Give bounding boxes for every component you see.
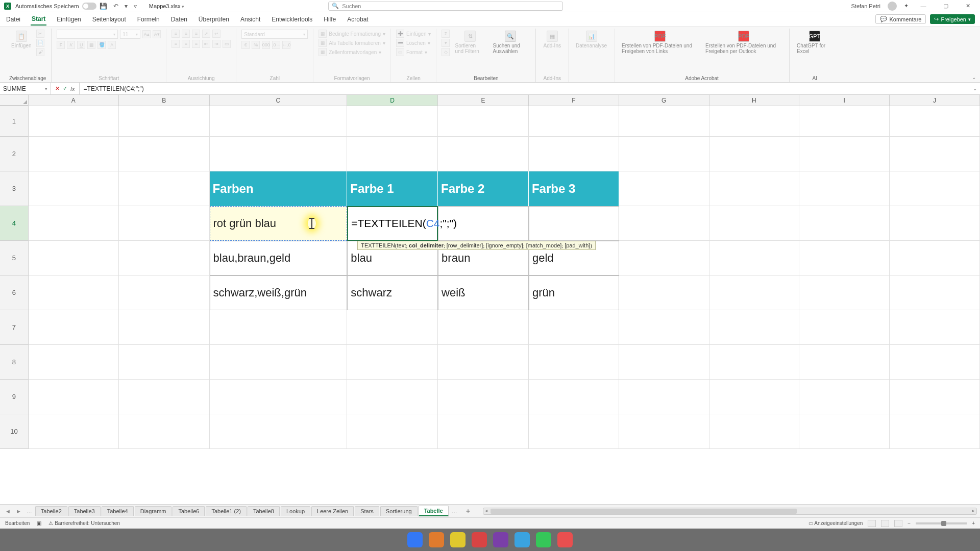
col-header-e[interactable]: E [438, 95, 529, 106]
cell-g7[interactable] [619, 310, 709, 345]
cancel-formula-icon[interactable]: ✕ [55, 85, 60, 92]
cell-j6[interactable] [890, 276, 980, 310]
sheet-tab-sortierung[interactable]: Sortierung [380, 506, 418, 516]
cell-f2[interactable] [529, 137, 619, 171]
autosave-toggle[interactable]: Automatisches Speichern [15, 3, 96, 10]
cell-a10[interactable] [29, 414, 119, 449]
tab-entwicklertools[interactable]: Entwicklertools [271, 14, 313, 25]
cell-b2[interactable] [119, 137, 210, 171]
cell-styles-button[interactable]: ▦Zellenformatvorlagen ▾ [318, 48, 381, 56]
align-middle-icon[interactable]: ≡ [182, 30, 190, 38]
font-color-icon[interactable]: A [108, 41, 116, 49]
cell-e6[interactable]: weiß [438, 276, 529, 310]
pdf-create-button[interactable]: PDF Erstellen von PDF-Dateien und Freige… [620, 30, 700, 55]
cell-e8[interactable] [438, 345, 529, 380]
row-header-7[interactable]: 7 [0, 310, 29, 345]
cell-h3[interactable] [709, 171, 800, 206]
cell-b1[interactable] [119, 106, 210, 137]
workbook-filename[interactable]: Mappe3.xlsx [149, 3, 184, 9]
cell-b4[interactable] [119, 206, 210, 241]
cell-i7[interactable] [799, 310, 890, 345]
expand-formula-bar-icon[interactable]: ⌄ [970, 86, 980, 91]
cell-i8[interactable] [799, 345, 890, 380]
cell-c10[interactable] [210, 414, 348, 449]
qat-customize-icon[interactable]: ▿ [134, 3, 137, 10]
chatgpt-button[interactable]: GPT ChatGPT for Excel [795, 30, 835, 55]
cell-b7[interactable] [119, 310, 210, 345]
cell-e1[interactable] [438, 106, 529, 137]
cell-h1[interactable] [709, 106, 800, 137]
user-avatar-icon[interactable] [888, 2, 897, 11]
redo-dropdown-icon[interactable]: ▾ [125, 3, 128, 10]
cell-h9[interactable] [709, 380, 800, 414]
wrap-text-icon[interactable]: ↩ [212, 30, 220, 38]
cells-insert-button[interactable]: ➕Einfügen ▾ [396, 30, 431, 38]
col-header-d[interactable]: D [347, 95, 438, 106]
cell-e2[interactable] [438, 137, 529, 171]
cell-j10[interactable] [890, 414, 980, 449]
autosum-icon[interactable]: Σ [442, 30, 450, 38]
maximize-button[interactable]: ▢ [938, 3, 953, 9]
cell-j7[interactable] [890, 310, 980, 345]
cell-e7[interactable] [438, 310, 529, 345]
sheet-tab-diagramm[interactable]: Diagramm [135, 506, 172, 516]
cell-b10[interactable] [119, 414, 210, 449]
display-settings-button[interactable]: ▭ Anzeigeeinstellungen [808, 520, 863, 526]
cell-g8[interactable] [619, 345, 709, 380]
taskbar-app-icon[interactable] [493, 532, 508, 547]
cell-c6[interactable]: schwarz,weiß,grün [210, 276, 348, 310]
cell-a3[interactable] [29, 171, 119, 206]
cell-e10[interactable] [438, 414, 529, 449]
sheet-tab-tabelle[interactable]: Tabelle [419, 506, 449, 516]
minimize-button[interactable]: — [916, 3, 931, 9]
cell-f3[interactable]: Farbe 3 [529, 171, 619, 206]
cell-c5[interactable]: blau,braun,geld [210, 241, 348, 276]
cell-g9[interactable] [619, 380, 709, 414]
cell-j9[interactable] [890, 380, 980, 414]
cell-g4[interactable] [619, 206, 709, 241]
zoom-out-button[interactable]: − [908, 520, 911, 526]
format-painter-icon[interactable]: 🖌 [36, 48, 44, 56]
percent-icon[interactable]: % [252, 41, 260, 49]
page-layout-view-icon[interactable] [881, 520, 889, 527]
cell-h7[interactable] [709, 310, 800, 345]
cell-h2[interactable] [709, 137, 800, 171]
undo-icon[interactable]: ↶ [113, 3, 118, 10]
row-header-4[interactable]: 4 [0, 206, 29, 241]
tab-acrobat[interactable]: Acrobat [346, 14, 369, 25]
comma-style-icon[interactable]: 000 [262, 41, 270, 49]
tab-formeln[interactable]: Formeln [136, 14, 161, 25]
macro-record-icon[interactable]: ▣ [37, 520, 41, 526]
col-header-a[interactable]: A [29, 95, 119, 106]
taskbar-app-icon[interactable] [557, 532, 573, 547]
tab-seitenlayout[interactable]: Seitenlayout [91, 14, 127, 25]
cell-d3[interactable]: Farbe 1 [347, 171, 438, 206]
cell-e3[interactable]: Farbe 2 [438, 171, 529, 206]
save-icon[interactable]: 💾 [100, 3, 107, 10]
align-left-icon[interactable]: ≡ [172, 40, 180, 48]
cell-f10[interactable] [529, 414, 619, 449]
cell-c1[interactable] [210, 106, 348, 137]
col-header-c[interactable]: C [210, 95, 348, 106]
number-format-combo[interactable]: Standard [241, 30, 308, 39]
orientation-icon[interactable]: ⤢ [202, 30, 210, 38]
sheet-nav-next-icon[interactable]: ► [14, 508, 23, 514]
ribbon-collapse-icon[interactable]: ⌄ [972, 74, 976, 80]
cell-a6[interactable] [29, 276, 119, 310]
cell-g5[interactable] [619, 241, 709, 276]
row-header-1[interactable]: 1 [0, 106, 29, 137]
cell-j2[interactable] [890, 137, 980, 171]
paste-button[interactable]: 📋 Einfügen [9, 30, 33, 49]
increase-indent-icon[interactable]: ⇥ [212, 40, 220, 48]
col-header-f[interactable]: F [529, 95, 619, 106]
share-button[interactable]: ↪ Freigeben [930, 14, 975, 24]
cell-b8[interactable] [119, 345, 210, 380]
col-header-j[interactable]: J [890, 95, 980, 106]
row-header-9[interactable]: 9 [0, 380, 29, 414]
worksheet-grid[interactable]: A B C D E F G H I J 1 2 3 Farben Farbe 1… [0, 95, 980, 504]
col-header-h[interactable]: H [709, 95, 800, 106]
tab-ansicht[interactable]: Ansicht [239, 14, 261, 25]
cell-b9[interactable] [119, 380, 210, 414]
cell-d4[interactable]: =TEXTTEILEN(C4;";") TEXTTEILEN(text; col… [347, 206, 438, 241]
taskbar-app-icon[interactable] [450, 532, 465, 547]
